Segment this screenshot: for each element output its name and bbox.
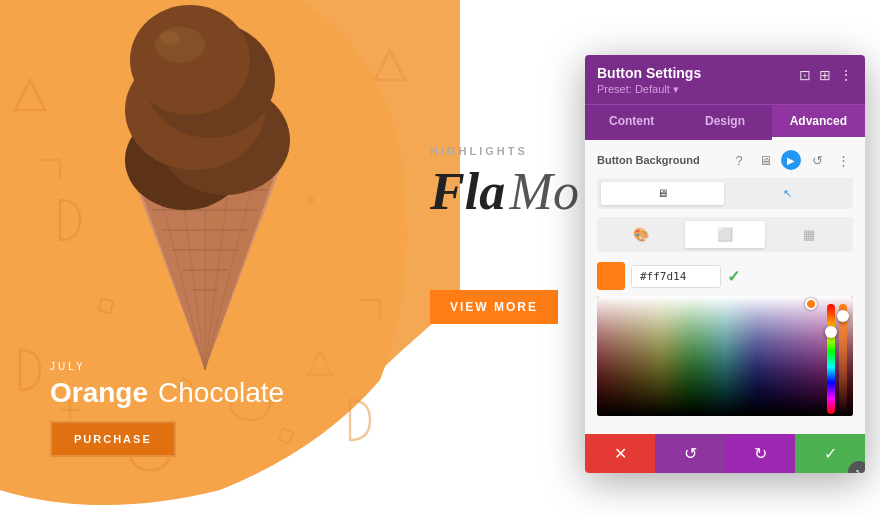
tab-design[interactable]: Design — [678, 105, 771, 140]
hue-handle — [825, 326, 837, 338]
device-desktop[interactable]: 🖥 — [601, 182, 724, 205]
icecream-image — [80, 0, 330, 370]
panel-title: Button Settings — [597, 65, 799, 81]
color-spectrum[interactable] — [597, 296, 853, 416]
flavor-orange: Orange — [50, 377, 148, 409]
bottom-content: JULY Orange Chocolate PURCHASE — [50, 361, 284, 457]
confirm-icon[interactable]: ✓ — [727, 267, 740, 286]
field-label: Button Background — [597, 154, 723, 166]
panel-header: Button Settings Preset: Default ▾ ⊡ ⊞ ⋮ — [585, 55, 865, 104]
type-gradient[interactable]: ▦ — [768, 221, 849, 248]
panel-header-icons: ⊡ ⊞ ⋮ — [799, 67, 853, 83]
month-label: JULY — [50, 361, 284, 372]
color-hex-row: ✓ — [597, 262, 853, 290]
alpha-handle — [837, 310, 849, 322]
device-row: 🖥 ↖ — [597, 178, 853, 209]
spectrum-black-overlay — [597, 296, 853, 416]
type-row: 🎨 ⬜ ▦ — [597, 217, 853, 252]
tab-content[interactable]: Content — [585, 105, 678, 140]
field-row: Button Background ? 🖥 ▶ ↺ ⋮ — [597, 150, 853, 170]
panel-title-group: Button Settings Preset: Default ▾ — [597, 65, 799, 96]
panel-tabs: Content Design Advanced — [585, 104, 865, 140]
redo-button[interactable]: ↻ — [725, 434, 795, 473]
view-more-button[interactable]: VIEW MORE — [430, 290, 558, 324]
cancel-button[interactable]: ✕ — [585, 434, 655, 473]
title-regular: Mo — [510, 163, 579, 220]
type-paintbrush[interactable]: 🎨 — [601, 221, 682, 248]
svg-point-31 — [155, 27, 205, 63]
info-icon[interactable]: ▶ — [781, 150, 801, 170]
alpha-slider[interactable] — [839, 304, 847, 414]
panel-preset: Preset: Default ▾ — [597, 83, 799, 96]
svg-point-32 — [160, 31, 180, 45]
flavor-line: Orange Chocolate — [50, 377, 284, 409]
reset-button[interactable]: ↺ — [655, 434, 725, 473]
desktop-icon[interactable]: 🖥 — [755, 150, 775, 170]
type-image[interactable]: ⬜ — [685, 221, 766, 248]
undo-icon[interactable]: ↺ — [807, 150, 827, 170]
purchase-button[interactable]: PURCHASE — [50, 421, 176, 457]
header-icon-2[interactable]: ⊞ — [819, 67, 831, 83]
color-swatch[interactable] — [597, 262, 625, 290]
spectrum-cursor — [805, 298, 817, 310]
color-picker: ✓ — [597, 262, 853, 416]
tab-advanced[interactable]: Advanced — [772, 105, 865, 140]
flavor-chocolate: Chocolate — [158, 377, 284, 409]
svg-marker-13 — [205, 175, 275, 370]
color-hex-input[interactable] — [631, 265, 721, 288]
highlight-section: HIGHLIGHTS Fla Mo — [430, 145, 579, 221]
more-icon[interactable]: ⋮ — [833, 150, 853, 170]
header-icon-1[interactable]: ⊡ — [799, 67, 811, 83]
settings-panel: Button Settings Preset: Default ▾ ⊡ ⊞ ⋮ … — [585, 55, 865, 473]
panel-body: Button Background ? 🖥 ▶ ↺ ⋮ 🖥 ↖ 🎨 ⬜ ▦ ✓ — [585, 140, 865, 434]
panel-actions: ✕ ↺ ↻ ✓ — [585, 434, 865, 473]
title-bold: Fla — [430, 163, 505, 220]
sliders-area — [827, 304, 847, 414]
highlight-label: HIGHLIGHTS — [430, 145, 579, 157]
device-cursor[interactable]: ↖ — [727, 182, 850, 205]
main-title: Fla Mo — [430, 162, 579, 221]
header-icon-3[interactable]: ⋮ — [839, 67, 853, 83]
help-icon[interactable]: ? — [729, 150, 749, 170]
hue-slider[interactable] — [827, 304, 835, 414]
